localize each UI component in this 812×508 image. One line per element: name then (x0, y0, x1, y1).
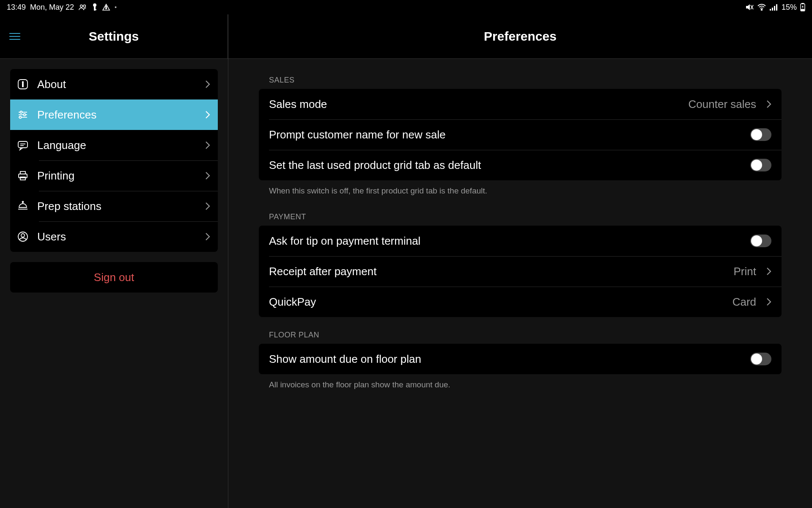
toggle-show-amount[interactable] (750, 353, 771, 365)
row-quickpay[interactable]: QuickPay Card (259, 287, 782, 317)
sidebar-item-preferences[interactable]: Preferences (10, 99, 218, 130)
row-label: Prompt customer name for new sale (269, 128, 743, 141)
sidebar-item-prep-stations[interactable]: Prep stations (10, 191, 218, 221)
svg-rect-15 (802, 3, 804, 4)
svg-rect-26 (18, 141, 27, 148)
status-time: 13:49 (7, 3, 26, 12)
row-label: Show amount due on floor plan (269, 353, 743, 366)
svg-point-25 (19, 116, 22, 119)
svg-rect-16 (801, 9, 804, 11)
toggle-prompt-customer[interactable] (750, 128, 771, 141)
main-header: Preferences (228, 14, 812, 59)
toggle-ask-tip[interactable] (750, 235, 771, 247)
sidebar-item-label: About (37, 78, 198, 91)
signout-button[interactable]: Sign out (10, 262, 218, 293)
svg-rect-11 (772, 8, 773, 11)
row-ask-tip: Ask for tip on payment terminal (259, 226, 782, 256)
svg-rect-19 (22, 83, 23, 87)
row-prompt-customer: Prompt customer name for new sale (259, 119, 782, 150)
svg-point-1 (83, 5, 86, 8)
svg-point-5 (106, 8, 107, 9)
printer-icon (16, 169, 30, 182)
group-sales: Sales mode Counter sales Prompt customer… (259, 89, 782, 180)
chevron-right-icon (205, 232, 210, 241)
mute-icon (745, 3, 754, 11)
row-label: Sales mode (269, 98, 682, 111)
status-date: Mon, May 22 (30, 3, 74, 12)
sidebar-title: Settings (9, 29, 218, 44)
row-value: Card (732, 295, 756, 309)
toggle-last-used-tab[interactable] (750, 159, 771, 171)
user-icon (16, 230, 30, 243)
row-show-amount: Show amount due on floor plan (259, 344, 782, 374)
svg-point-23 (24, 114, 26, 116)
key-icon (92, 3, 98, 11)
row-last-used-tab: Set the last used product grid tab as de… (259, 150, 782, 180)
svg-rect-31 (20, 177, 25, 180)
svg-point-18 (22, 82, 24, 83)
svg-rect-30 (20, 171, 25, 174)
section-header-sales: SALES (259, 69, 782, 89)
sliders-icon (16, 108, 30, 121)
section-header-payment: PAYMENT (259, 206, 782, 226)
signout-label: Sign out (94, 271, 134, 284)
signal-icon (770, 4, 778, 11)
group-payment: Ask for tip on payment terminal Receipt … (259, 226, 782, 317)
sidebar-item-label: Prep stations (37, 200, 198, 213)
sidebar-item-label: Preferences (37, 108, 198, 121)
chevron-right-icon (766, 267, 771, 276)
sidebar-item-users[interactable]: Users (10, 221, 218, 252)
row-value: Counter sales (689, 98, 756, 111)
status-bar: 13:49 Mon, May 22 • 15% (0, 0, 812, 14)
row-label: Set the last used product grid tab as de… (269, 159, 743, 172)
chat-icon (16, 138, 30, 152)
group-floorplan: Show amount due on floor plan (259, 344, 782, 374)
chevron-right-icon (766, 100, 771, 108)
svg-point-21 (20, 111, 22, 113)
chevron-right-icon (205, 171, 210, 180)
helper-floorplan: All invoices on the floor plan show the … (259, 374, 782, 400)
svg-point-2 (93, 3, 96, 7)
row-label: QuickPay (269, 295, 726, 309)
svg-point-36 (21, 234, 25, 237)
row-label: Receipt after payment (269, 265, 727, 278)
dot-icon: • (115, 4, 117, 11)
svg-rect-4 (94, 9, 96, 10)
svg-rect-13 (776, 4, 777, 11)
helper-sales: When this switch is off, the first produ… (259, 180, 782, 206)
battery-icon (800, 3, 805, 11)
sidebar-item-label: Printing (37, 169, 198, 182)
chevron-right-icon (205, 141, 210, 149)
chevron-right-icon (205, 110, 210, 119)
svg-rect-12 (774, 6, 775, 11)
row-value: Print (734, 265, 756, 278)
chevron-right-icon (205, 80, 210, 88)
page-title: Preferences (484, 29, 557, 44)
bell-icon (16, 199, 30, 213)
status-battery: 15% (782, 3, 797, 12)
section-header-floorplan: FLOOR PLAN (259, 317, 782, 344)
triangle-icon (102, 3, 110, 11)
svg-rect-6 (106, 6, 107, 8)
svg-rect-10 (770, 9, 771, 11)
svg-point-0 (80, 5, 83, 8)
sidebar-item-label: Users (37, 230, 198, 243)
chevron-right-icon (205, 202, 210, 210)
row-sales-mode[interactable]: Sales mode Counter sales (259, 89, 782, 119)
main-content: SALES Sales mode Counter sales Prompt cu… (228, 59, 812, 508)
chevron-right-icon (766, 298, 771, 306)
sidebar-item-language[interactable]: Language (10, 130, 218, 160)
sidebar-item-about[interactable]: About (10, 69, 218, 99)
people-icon (78, 4, 88, 11)
sidebar-item-label: Language (37, 139, 198, 152)
sidebar-header: Settings (0, 14, 228, 59)
svg-point-9 (761, 9, 763, 11)
row-receipt[interactable]: Receipt after payment Print (259, 256, 782, 287)
sidebar-item-printing[interactable]: Printing (10, 160, 218, 191)
row-label: Ask for tip on payment terminal (269, 235, 743, 248)
info-icon (16, 77, 30, 91)
wifi-icon (757, 4, 766, 11)
sidebar-nav: About Preferences (10, 69, 218, 252)
